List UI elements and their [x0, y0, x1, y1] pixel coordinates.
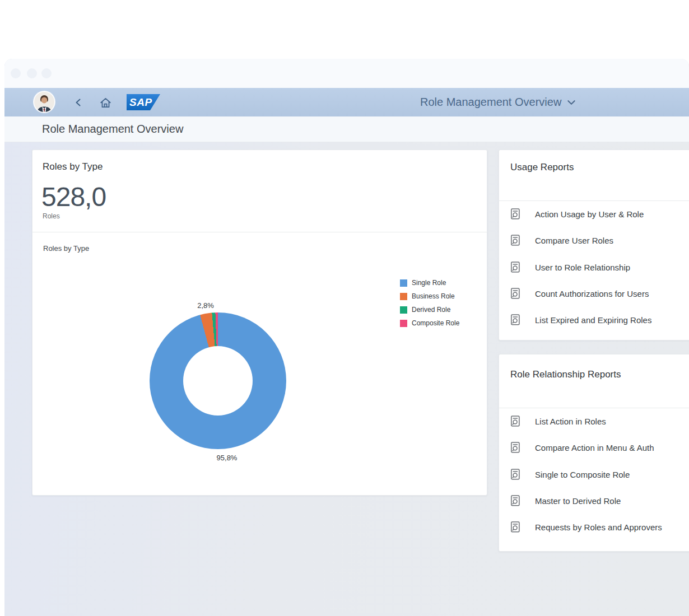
chevron-left-icon: [74, 98, 83, 107]
report-link-single-to-composite[interactable]: Single to Composite Role: [499, 461, 689, 488]
app-title: Role Management Overview: [420, 96, 561, 109]
legend-label: Composite Role: [412, 319, 459, 327]
app-window: SAP Role Management Overview Role Manage…: [4, 59, 689, 616]
report-link-master-to-derived[interactable]: Master to Derived Role: [499, 488, 689, 514]
report-link-label: List Action in Roles: [535, 417, 606, 426]
report-link-label: Master to Derived Role: [535, 496, 621, 506]
page-title: Role Management Overview: [4, 123, 183, 136]
window-dot: [41, 68, 52, 78]
report-search-icon: [509, 261, 522, 274]
report-search-icon: [509, 468, 522, 481]
report-search-icon: [509, 234, 522, 247]
legend-swatch: [400, 293, 407, 300]
report-link-label: Compare User Roles: [535, 236, 613, 245]
donut-hole: [183, 346, 253, 416]
legend-label: Derived Role: [412, 306, 450, 314]
report-search-icon: [509, 208, 522, 221]
report-link-label: Action Usage by User & Role: [535, 209, 644, 219]
window-titlebar: [4, 59, 689, 88]
report-link-label: User to Role Relationship: [535, 263, 630, 272]
legend-swatch: [400, 320, 407, 327]
data-label-business-role: 2,8%: [189, 301, 222, 310]
chart-legend: Single Role Business Role Derived Role C…: [400, 276, 459, 330]
legend-label: Business Role: [412, 292, 455, 300]
report-search-icon: [509, 415, 522, 428]
donut-ring: [150, 312, 286, 449]
donut-chart[interactable]: 2,8% 95,8%: [150, 312, 286, 449]
user-portrait: [34, 91, 55, 113]
report-list: Action Usage by User & Role Compare User…: [499, 201, 689, 333]
data-label-single-role: 95,8%: [210, 454, 244, 462]
report-search-icon: [509, 521, 522, 534]
legend-label: Single Role: [412, 279, 446, 287]
panel-title: Usage Reports: [510, 162, 574, 173]
legend-item-composite-role: Composite Role: [400, 316, 459, 330]
usage-reports-card: Usage Reports Action Usage by User & Rol…: [499, 150, 689, 340]
report-link-expired-roles[interactable]: List Expired and Expiring Roles: [499, 307, 689, 333]
legend-item-single-role: Single Role: [400, 276, 459, 290]
sap-logo-text: SAP: [127, 94, 152, 110]
report-link-label: List Expired and Expiring Roles: [535, 315, 651, 325]
roles-by-type-card: Roles by Type 528,0 Roles Roles by Type …: [32, 150, 487, 496]
report-link-label: Single to Composite Role: [535, 470, 630, 479]
window-dot: [11, 68, 21, 78]
report-link-requests-by-roles[interactable]: Requests by Roles and Approvers: [499, 514, 689, 540]
home-icon: [99, 96, 112, 109]
card-divider: [32, 232, 487, 232]
report-search-icon: [509, 287, 522, 300]
panel-title: Role Relationship Reports: [510, 369, 621, 380]
window-dot: [27, 68, 37, 78]
report-link-action-usage[interactable]: Action Usage by User & Role: [499, 201, 689, 227]
legend-swatch: [400, 306, 407, 314]
role-relationship-reports-card: Role Relationship Reports List Action in…: [499, 354, 689, 552]
sap-logo[interactable]: SAP: [127, 94, 160, 110]
report-link-compare-user-roles[interactable]: Compare User Roles: [499, 227, 689, 254]
page: SAP Role Management Overview Role Manage…: [0, 0, 689, 616]
home-button[interactable]: [96, 94, 114, 111]
report-link-label: Compare Action in Menu & Auth: [535, 443, 654, 452]
report-link-count-authorizations[interactable]: Count Authorizations for Users: [499, 281, 689, 307]
legend-swatch: [400, 279, 407, 287]
page-header: Role Management Overview: [4, 116, 689, 142]
report-link-label: Count Authorizations for Users: [535, 289, 649, 298]
back-button[interactable]: [69, 94, 87, 111]
legend-item-derived-role: Derived Role: [400, 303, 459, 316]
legend-item-business-role: Business Role: [400, 290, 459, 303]
shell-header: SAP Role Management Overview: [4, 88, 689, 116]
kpi-unit: Roles: [43, 212, 60, 220]
report-link-user-to-role[interactable]: User to Role Relationship: [499, 254, 689, 281]
report-search-icon: [509, 314, 522, 326]
report-link-list-action-in-roles[interactable]: List Action in Roles: [499, 408, 689, 435]
avatar[interactable]: [34, 91, 55, 113]
card-title: Roles by Type: [43, 161, 103, 172]
report-search-icon: [509, 494, 522, 507]
report-search-icon: [509, 441, 522, 454]
report-list: List Action in Roles Compare Action in M…: [499, 408, 689, 540]
kpi-value: 528,0: [41, 181, 106, 212]
chevron-down-icon: [566, 97, 576, 108]
chart-title: Roles by Type: [43, 244, 89, 253]
report-link-label: Requests by Roles and Approvers: [535, 522, 662, 532]
app-title-menu[interactable]: Role Management Overview: [420, 88, 576, 116]
report-link-compare-action[interactable]: Compare Action in Menu & Auth: [499, 435, 689, 461]
